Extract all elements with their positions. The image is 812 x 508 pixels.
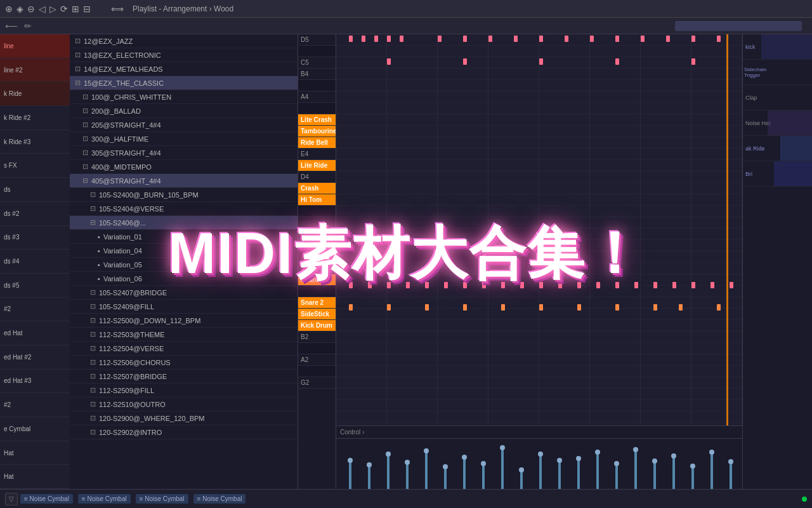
track-item-405[interactable]: ⊟405@STRAIGHT_4#4 (70, 174, 298, 188)
note-b2[interactable]: B2 (298, 331, 336, 343)
track-item-chris[interactable]: ⊡100@_CHRIS_WHITTEN (70, 90, 298, 104)
note-a2[interactable]: A2 (298, 354, 336, 366)
note-crash[interactable]: Crash (298, 183, 336, 194)
track-name-edhat[interactable]: ed Hat (0, 321, 70, 345)
track-item-2509[interactable]: ⊡112-S2509@FILL (70, 384, 298, 398)
track-name-kride2[interactable]: k Ride #2 (0, 106, 70, 130)
track-item-metal[interactable]: ⊡14@EZX_METALHEADS (70, 62, 298, 76)
track-name-kride[interactable]: k Ride (0, 82, 70, 106)
toolbar-icon-7[interactable]: ⊞ (72, 4, 79, 14)
track-name-sfx[interactable]: s FX (0, 154, 70, 178)
track-item-2504[interactable]: ⊡112-S2504@VERSE (70, 342, 298, 356)
track-name-cymbal[interactable]: e Cymbal (0, 417, 70, 441)
note-snare2[interactable]: Snare 2 (298, 297, 336, 309)
track-item-classic[interactable]: ⊟15@EZX_THE_CLASSIC (70, 76, 298, 90)
toolbar-icon-3[interactable]: ⊖ (27, 4, 35, 14)
track-name-line2[interactable]: line #2 (0, 58, 70, 83)
note-cs5[interactable] (298, 46, 336, 57)
scroll-left[interactable]: ▽ (5, 493, 18, 505)
note-white1[interactable] (298, 217, 336, 229)
track-item-2507[interactable]: ⊡112-S2507@BRIDGE (70, 370, 298, 384)
track-name-hat[interactable]: Hat (0, 441, 70, 465)
track-name-ds2[interactable]: ds #2 (0, 202, 70, 226)
track-item-2404[interactable]: ⊡105-S2404@VERSE (70, 202, 298, 216)
note-sidestick[interactable]: SideStick (298, 309, 336, 320)
toolbar-nav-icon[interactable]: ⟺ (111, 4, 124, 14)
track-item-2506[interactable]: ⊡112-S2506@CHORUS (70, 356, 298, 370)
midi-grid[interactable]: Control › (336, 34, 742, 489)
track-item-var05[interactable]: ▪Variation_05 (70, 258, 298, 272)
track-item-2510[interactable]: ⊡112-S2510@OUTRO (70, 398, 298, 411)
nav-icon[interactable]: ⟵ (5, 21, 18, 31)
track-item-elec[interactable]: ⊡13@EZX_ELECTRONIC (70, 48, 298, 62)
track-item-var04[interactable]: ▪Variation_04 (70, 244, 298, 258)
midi-note-kick (539, 304, 543, 311)
note-d5[interactable]: D5 (298, 34, 336, 46)
track-item-jazz[interactable]: ⊡12@EZX_JAZZ (70, 34, 298, 48)
note-c5[interactable]: C5 (298, 57, 336, 69)
note-g2[interactable]: G2 (298, 377, 336, 389)
right-label-noise-hat: Noise Hat (745, 120, 771, 126)
right-label-kick: kick (745, 44, 756, 50)
track-item-var01[interactable]: ▪Variation_01 (70, 230, 298, 244)
note-b4[interactable]: B4 (298, 69, 336, 80)
track-item-2409[interactable]: ⊡105-S2409@FILL (70, 300, 298, 314)
toolbar-icon-1[interactable]: ⊕ (5, 4, 13, 14)
note-kick-drum[interactable]: Kick Drum (298, 320, 336, 331)
note-bb4[interactable] (298, 80, 336, 91)
track-name-edhat2[interactable]: ed Hat #2 (0, 345, 70, 370)
track-item-ballad[interactable]: ⊡200@_BALLAD (70, 104, 298, 118)
track-name-ds3[interactable]: ds #3 (0, 226, 70, 250)
note-tambourine[interactable]: Tambourine (298, 126, 336, 137)
toolbar-icon-6[interactable]: ⟳ (60, 4, 68, 14)
track-item-var06[interactable]: ▪Variation_06 (70, 272, 298, 286)
note-lite-ride[interactable]: Lite Ride (298, 160, 336, 171)
track-item-205[interactable]: ⊡205@STRAIGHT_4#4 (70, 118, 298, 132)
midi-note (666, 36, 670, 42)
midi-note (501, 282, 505, 288)
track-item-300[interactable]: ⊡300@_HALFTIME (70, 132, 298, 146)
track-name-kride3[interactable]: k Ride #3 (0, 130, 70, 154)
note-ride-bell[interactable]: Ride Bell (298, 137, 336, 149)
note-ab4[interactable] (298, 103, 336, 114)
track-name-ds[interactable]: ds (0, 178, 70, 202)
note-snare1[interactable]: Snare 1 (298, 274, 336, 286)
note-black1[interactable] (298, 206, 336, 217)
note-hi-tom[interactable]: Hi Tom (298, 194, 336, 206)
track-name-edhat3[interactable]: ed Hat #3 (0, 370, 70, 394)
note-black5[interactable] (298, 343, 336, 354)
track-name-hat2[interactable]: Hat (0, 465, 70, 489)
right-label-clap: Clap (745, 95, 757, 101)
toolbar-icon-2[interactable]: ◈ (16, 4, 23, 14)
note-a4[interactable]: A4 (298, 91, 336, 103)
status-clip-3: ≡ Noise Cymbal (136, 494, 188, 504)
track-item-2503[interactable]: ⊡112-S2503@THEME (70, 328, 298, 342)
note-white2[interactable] (298, 263, 336, 274)
track-item-2407[interactable]: ⊡105-S2407@BRIDGE (70, 286, 298, 300)
toolbar-icon-5[interactable]: ▷ (49, 4, 56, 14)
track-item-2400[interactable]: ⊡105-S2400@_BURN_105_BPM (70, 188, 298, 202)
note-black3[interactable] (298, 251, 336, 263)
note-d4[interactable]: D4 (298, 171, 336, 183)
track-item-305[interactable]: ⊡305@STRAIGHT_4#4 (70, 146, 298, 160)
track-item-2500[interactable]: ⊡112-S2500@_DOWN_112_BPM (70, 314, 298, 328)
note-black4[interactable] (298, 286, 336, 297)
pencil-icon[interactable]: ✏ (24, 21, 32, 31)
note-lite-crash[interactable]: Lite Crash (298, 114, 336, 126)
track-name-2[interactable]: #2 (0, 298, 70, 322)
track-item-2406[interactable]: ⊟105-S2406@... (70, 216, 298, 230)
track-item-400[interactable]: ⊡400@_MIDTEMPO (70, 160, 298, 174)
track-name-2b[interactable]: #2 (0, 393, 70, 417)
track-item-2902[interactable]: ⊡120-S2902@INTRO (70, 425, 298, 439)
midi-note (653, 282, 657, 288)
note-e4[interactable]: E4 (298, 149, 336, 160)
track-name-ds5[interactable]: ds #5 (0, 274, 70, 298)
toolbar-icon-8[interactable]: ⊟ (83, 4, 91, 14)
track-name-ds4[interactable]: ds #4 (0, 250, 70, 274)
note-black2[interactable] (298, 229, 336, 240)
track-item-2900[interactable]: ⊡120-S2900@_WHERE_120_BPM (70, 411, 298, 425)
toolbar-icon-4[interactable]: ◁ (39, 4, 46, 14)
note-black6[interactable] (298, 366, 336, 377)
note-f3[interactable]: F3 (298, 240, 336, 251)
track-name-line[interactable]: line (0, 34, 70, 58)
